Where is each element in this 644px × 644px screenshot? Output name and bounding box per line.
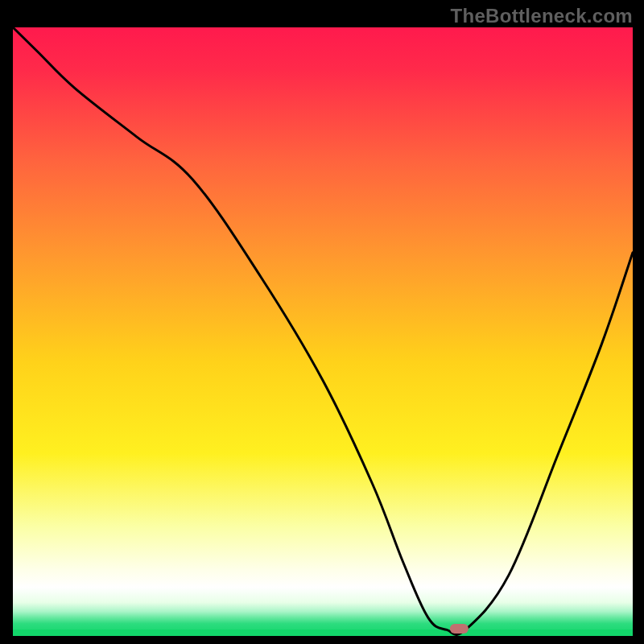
plot-area [13,27,633,636]
baseline-strip [13,630,633,636]
heatmap-background [13,27,633,636]
watermark-text: TheBottleneck.com [451,5,633,27]
chart-frame: TheBottleneck.com [0,0,644,644]
chart-svg [13,27,633,636]
optimal-marker [450,624,469,634]
